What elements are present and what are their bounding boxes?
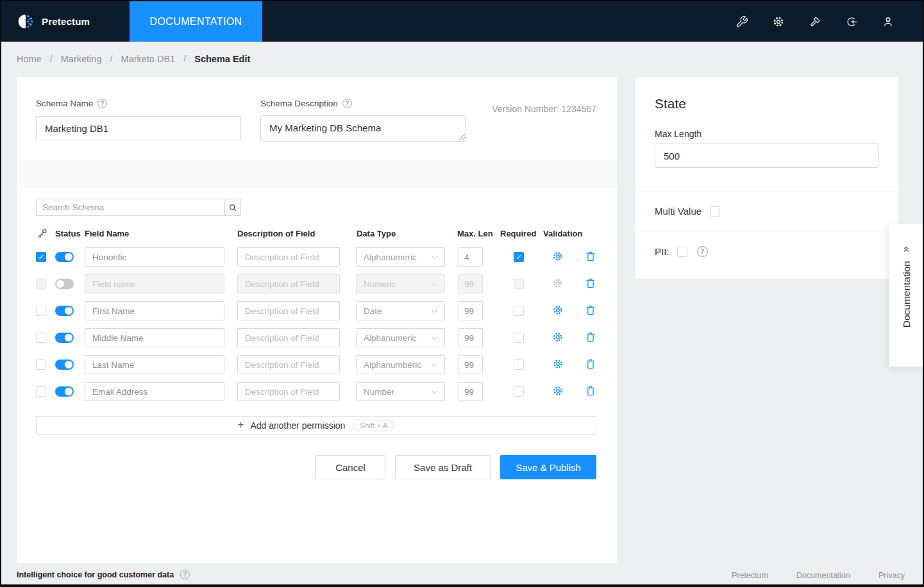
col-validation: Validation: [543, 229, 582, 238]
row-select-checkbox[interactable]: [36, 306, 46, 316]
version-number: Version Number: 1234567: [492, 104, 596, 114]
cancel-button[interactable]: Cancel: [315, 455, 385, 479]
field-name-input[interactable]: [85, 382, 224, 401]
validation-settings-icon[interactable]: [552, 277, 564, 289]
max-len-input[interactable]: [458, 328, 483, 347]
tab-documentation[interactable]: DOCUMENTATION: [130, 1, 262, 42]
hammer-icon[interactable]: [809, 15, 821, 28]
required-checkbox[interactable]: [514, 386, 524, 397]
collapse-chevrons-icon[interactable]: «: [900, 246, 913, 252]
schema-description-input[interactable]: My Marketing DB Schema: [260, 115, 466, 142]
delete-row-icon[interactable]: [585, 385, 596, 397]
footer-link-documentation[interactable]: Documentation: [796, 571, 850, 580]
form-actions: Cancel Save as Draft Save & Publish: [17, 455, 617, 479]
search-icon[interactable]: [224, 199, 240, 215]
validation-settings-icon[interactable]: [552, 358, 564, 370]
validation-settings-icon[interactable]: [552, 251, 564, 262]
field-name-input[interactable]: [85, 247, 224, 267]
footer-links: Pretectum Documentation Privacy: [732, 571, 905, 580]
status-toggle[interactable]: [55, 333, 74, 343]
section-divider-band: [17, 160, 617, 188]
row-select-checkbox[interactable]: [36, 279, 46, 289]
help-icon[interactable]: ?: [180, 570, 190, 579]
delete-row-icon[interactable]: [585, 331, 596, 343]
field-name-input[interactable]: [85, 274, 224, 294]
row-select-checkbox[interactable]: [36, 252, 46, 262]
validation-settings-icon[interactable]: [552, 331, 564, 343]
field-description-input[interactable]: [237, 328, 340, 347]
breadcrumb-marketing[interactable]: Marketing: [61, 54, 102, 64]
help-icon[interactable]: ?: [342, 99, 352, 108]
max-len-input[interactable]: [458, 355, 483, 374]
col-required: Required: [500, 229, 536, 238]
row-select-checkbox[interactable]: [36, 386, 46, 397]
schema-name-label: Schema Name ?: [36, 99, 107, 108]
row-select-checkbox[interactable]: [36, 333, 46, 343]
brand[interactable]: Pretectum: [17, 1, 90, 42]
data-type-select[interactable]: Alphanumberic: [356, 355, 445, 374]
delete-row-icon[interactable]: [585, 304, 596, 316]
status-toggle[interactable]: [55, 306, 74, 316]
state-panel: State Max Length Multi Value PII: ?: [635, 77, 898, 279]
table-row: Number: [36, 382, 607, 401]
field-description-input[interactable]: [237, 301, 340, 320]
help-icon[interactable]: ?: [697, 246, 708, 257]
search-input[interactable]: [37, 199, 224, 215]
col-data-type: Data Type: [357, 229, 396, 238]
data-type-select[interactable]: Alphanumeric: [356, 328, 445, 347]
validation-settings-icon[interactable]: [552, 385, 564, 397]
required-checkbox[interactable]: [514, 306, 524, 316]
data-type-select[interactable]: Number: [356, 382, 445, 401]
table-row: Alphanumeric: [36, 328, 607, 347]
footer-link-privacy[interactable]: Privacy: [878, 571, 905, 580]
delete-row-icon[interactable]: [585, 358, 596, 370]
table-header: Status Field Name Description of Field D…: [17, 229, 617, 242]
data-type-select[interactable]: Alphanumeric: [356, 247, 445, 267]
settings-gear-icon[interactable]: [772, 15, 785, 28]
max-len-input[interactable]: [458, 247, 483, 267]
data-type-select[interactable]: Numeric: [356, 274, 445, 294]
max-len-input[interactable]: [458, 301, 483, 320]
save-draft-button[interactable]: Save as Draft: [395, 455, 491, 479]
logout-icon[interactable]: [845, 15, 858, 28]
required-checkbox[interactable]: [514, 333, 524, 343]
delete-row-icon[interactable]: [585, 251, 596, 262]
wrench-icon[interactable]: [735, 15, 748, 28]
max-len-input[interactable]: [458, 382, 483, 401]
status-toggle[interactable]: [55, 252, 74, 262]
schema-name-input[interactable]: [36, 116, 241, 140]
status-toggle[interactable]: [55, 360, 74, 370]
field-description-input[interactable]: [237, 382, 340, 401]
field-name-input[interactable]: [85, 328, 224, 347]
state-panel-title: State: [655, 96, 686, 112]
user-icon[interactable]: [882, 15, 895, 28]
table-row: Alphanumeric: [36, 247, 607, 267]
save-publish-button[interactable]: Save & Publish: [500, 455, 596, 479]
breadcrumb-home[interactable]: Home: [17, 54, 42, 64]
required-checkbox[interactable]: [514, 360, 524, 370]
documentation-flyout[interactable]: « Documentation: [889, 224, 924, 367]
delete-row-icon[interactable]: [585, 277, 596, 289]
field-description-input[interactable]: [237, 274, 340, 294]
status-toggle[interactable]: [55, 279, 74, 289]
row-select-checkbox[interactable]: [36, 360, 46, 370]
required-checkbox[interactable]: [514, 279, 524, 289]
help-icon[interactable]: ?: [97, 99, 107, 108]
breadcrumb-marketo-db1[interactable]: Marketo DB1: [121, 54, 176, 64]
field-description-input[interactable]: [237, 355, 340, 374]
footer-link-pretectum[interactable]: Pretectum: [732, 571, 768, 580]
status-toggle[interactable]: [55, 386, 74, 397]
breadcrumb: Home / Marketing / Marketo DB1 / Schema …: [17, 54, 250, 64]
max-length-input[interactable]: [655, 144, 878, 168]
field-name-input[interactable]: [85, 301, 224, 320]
field-name-input[interactable]: [85, 355, 224, 374]
max-len-input[interactable]: [458, 274, 483, 294]
multi-value-checkbox[interactable]: [710, 206, 720, 217]
chevron-down-icon: [430, 307, 439, 315]
data-type-select[interactable]: Date: [356, 301, 445, 320]
field-description-input[interactable]: [237, 247, 340, 267]
pii-checkbox[interactable]: [677, 247, 687, 257]
add-permission-button[interactable]: + Add another permission Shift + A: [36, 416, 596, 434]
validation-settings-icon[interactable]: [552, 304, 564, 316]
required-checkbox[interactable]: [514, 252, 524, 262]
